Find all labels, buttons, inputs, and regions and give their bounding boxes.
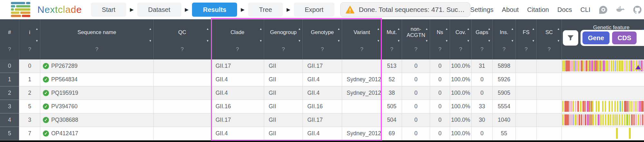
- sort-icons[interactable]: ▲▼: [337, 28, 340, 42]
- gene-button[interactable]: Gene: [582, 31, 610, 44]
- sort-desc-icon[interactable]: ▼: [488, 40, 491, 42]
- help-icon[interactable]: ?: [402, 46, 430, 53]
- sort-asc-icon[interactable]: ▲: [488, 28, 491, 31]
- sort-asc-icon[interactable]: ▲: [298, 28, 301, 31]
- sort-desc-icon[interactable]: ▼: [377, 40, 380, 42]
- help-icon[interactable]: ?: [382, 46, 402, 53]
- table-row[interactable]: 11✓PP564834GII.4GIIGII.4Sydney_201252001…: [0, 73, 644, 86]
- sort-desc-icon[interactable]: ▼: [511, 40, 514, 42]
- help-icon[interactable]: ?: [211, 46, 264, 53]
- help-icon[interactable]: ?: [493, 46, 515, 53]
- sort-icons[interactable]: ▲▼: [557, 28, 560, 42]
- sort-icons[interactable]: ▲▼: [377, 28, 380, 42]
- column-header-clade[interactable]: Clade▲▼?: [211, 19, 264, 59]
- column-header-name[interactable]: Sequence name▲▼?: [40, 19, 154, 59]
- sort-icons[interactable]: ▲▼: [488, 28, 491, 42]
- help-icon[interactable]: ?: [537, 46, 562, 53]
- menu-link-settings[interactable]: Settings: [470, 6, 494, 13]
- genetic-feature-cell[interactable]: [562, 113, 644, 127]
- sort-desc-icon[interactable]: ▼: [445, 40, 448, 42]
- sort-icons[interactable]: ▲▼: [532, 28, 535, 42]
- nav-step-export[interactable]: Export: [294, 3, 334, 17]
- docker-icon[interactable]: [616, 5, 625, 14]
- column-header-ns[interactable]: Ns▲▼?: [430, 19, 450, 59]
- sort-asc-icon[interactable]: ▲: [377, 28, 380, 31]
- sort-icons[interactable]: ▲▼: [445, 28, 448, 42]
- sort-icons[interactable]: ▲▼: [511, 28, 514, 42]
- column-header-genogroup[interactable]: Genogroup▲▼?: [264, 19, 303, 59]
- sort-asc-icon[interactable]: ▲: [149, 28, 152, 31]
- column-header-cov[interactable]: Cov.▲▼?: [450, 19, 472, 59]
- sort-desc-icon[interactable]: ▼: [35, 40, 38, 42]
- sort-asc-icon[interactable]: ▲: [206, 28, 209, 31]
- sort-desc-icon[interactable]: ▼: [467, 40, 470, 42]
- filter-button[interactable]: [563, 30, 578, 46]
- genetic-feature-cell[interactable]: [562, 59, 644, 73]
- sort-asc-icon[interactable]: ▲: [397, 28, 400, 31]
- sort-icons[interactable]: ▲▼: [206, 28, 209, 42]
- column-header-sc[interactable]: SC▲▼?: [537, 19, 562, 59]
- sort-asc-icon[interactable]: ▲: [557, 28, 560, 31]
- table-row[interactable]: 57✓OP412417GII.4GIIGII.4Sydney_201269001…: [0, 127, 644, 140]
- sort-icons[interactable]: ▲▼: [259, 28, 262, 42]
- column-header-variant[interactable]: Variant▲▼?: [342, 19, 382, 59]
- sort-icons[interactable]: ▲▼: [298, 28, 301, 42]
- table-row[interactable]: 22✓PQ195919GII.4GIIGII.4Sydney_201238001…: [0, 86, 644, 100]
- help-icon[interactable]: ?: [40, 46, 153, 53]
- nav-step-results[interactable]: Results: [192, 3, 237, 17]
- help-icon[interactable]: ?: [342, 46, 381, 53]
- help-icon[interactable]: ?: [0, 46, 19, 53]
- help-icon[interactable]: ?: [516, 46, 536, 53]
- genetic-feature-cell[interactable]: [562, 127, 644, 140]
- run-status-banner[interactable]: Done. Total sequences: 471. Suc…: [340, 2, 470, 17]
- discourse-icon[interactable]: [599, 5, 608, 14]
- column-header-genotype[interactable]: Genotype▲▼?: [303, 19, 342, 59]
- menu-link-docs[interactable]: Docs: [557, 6, 572, 13]
- sort-icons[interactable]: ▲▼: [467, 28, 470, 42]
- sort-desc-icon[interactable]: ▼: [259, 40, 262, 42]
- nav-step-tree[interactable]: Tree: [248, 3, 283, 17]
- sort-icons[interactable]: ▲▼: [397, 28, 400, 42]
- help-icon[interactable]: ?: [472, 46, 492, 53]
- sort-desc-icon[interactable]: ▼: [149, 40, 152, 42]
- sort-asc-icon[interactable]: ▲: [425, 28, 428, 31]
- genetic-feature-cell[interactable]: [562, 73, 644, 86]
- column-header-fs[interactable]: FS▲▼?: [516, 19, 537, 59]
- sort-asc-icon[interactable]: ▲: [532, 28, 535, 31]
- column-header-qc[interactable]: QC▲▼?: [154, 19, 211, 59]
- column-header-mut[interactable]: Mut.▲▼?: [382, 19, 402, 59]
- help-icon[interactable]: ?: [19, 46, 40, 53]
- column-header-i[interactable]: i▲▼?: [19, 19, 40, 59]
- menu-link-cli[interactable]: CLI: [581, 6, 591, 13]
- column-header-gaps[interactable]: Gaps▲▼?: [472, 19, 493, 59]
- help-icon[interactable]: ?: [303, 46, 342, 53]
- column-header-non_acgtn[interactable]: non-ACGTN▲▼?: [402, 19, 430, 59]
- sort-asc-icon[interactable]: ▲: [511, 28, 514, 31]
- table-row[interactable]: 35✓PV394760GII.16GIIGII.1650500100.0%335…: [0, 100, 644, 113]
- sort-asc-icon[interactable]: ▲: [259, 28, 262, 31]
- menu-link-about[interactable]: About: [502, 6, 519, 13]
- sort-icons[interactable]: ▲▼: [425, 28, 428, 42]
- sort-asc-icon[interactable]: ▲: [445, 28, 448, 31]
- sort-icons[interactable]: ▲▼: [149, 28, 152, 42]
- sort-icons[interactable]: ▲▼: [35, 28, 38, 42]
- nextclade-logo-icon[interactable]: [11, 2, 30, 17]
- help-icon[interactable]: ?: [264, 46, 303, 53]
- sort-desc-icon[interactable]: ▼: [425, 40, 428, 42]
- help-icon[interactable]: ?: [450, 46, 471, 53]
- menu-link-citation[interactable]: Citation: [527, 6, 549, 13]
- help-icon[interactable]: ?: [430, 46, 450, 53]
- column-header-ins[interactable]: Ins.▲▼?: [493, 19, 516, 59]
- genetic-feature-cell[interactable]: [562, 100, 644, 113]
- sort-asc-icon[interactable]: ▲: [467, 28, 470, 31]
- genetic-feature-cell[interactable]: [562, 86, 644, 100]
- nav-step-dataset[interactable]: Dataset: [137, 3, 181, 17]
- brand-wordmark[interactable]: Nextclade: [37, 4, 82, 15]
- sort-desc-icon[interactable]: ▼: [397, 40, 400, 42]
- sort-desc-icon[interactable]: ▼: [557, 40, 560, 42]
- sort-desc-icon[interactable]: ▼: [337, 40, 340, 42]
- table-row[interactable]: 43✓PQ308688GII.17GIIGII.1750400100.0%301…: [0, 113, 644, 127]
- sort-desc-icon[interactable]: ▼: [532, 40, 535, 42]
- help-icon[interactable]: ?: [154, 46, 211, 53]
- sort-asc-icon[interactable]: ▲: [35, 28, 38, 31]
